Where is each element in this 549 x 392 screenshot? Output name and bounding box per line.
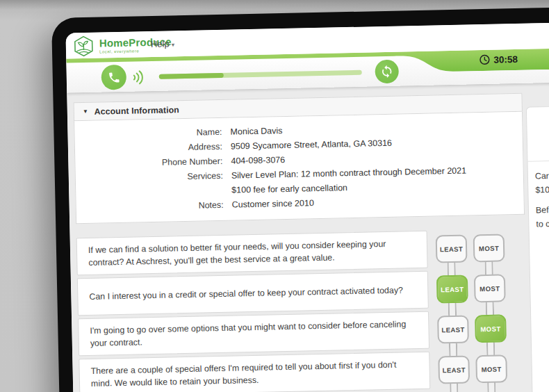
field-value: 404-098-3076 xyxy=(231,153,285,169)
collapse-triangle-icon: ▼ xyxy=(83,108,88,115)
most-button[interactable]: MOST xyxy=(475,314,507,343)
statement-row: Can I interest you in a credit or specia… xyxy=(77,269,527,316)
statement-row: If we can find a solution to better fit … xyxy=(76,229,526,276)
most-button[interactable]: MOST xyxy=(475,354,507,383)
clock-icon xyxy=(479,54,490,65)
main-content: ▼ Account Information Name: Monica Davis… xyxy=(67,81,549,392)
statement-text-card: There are a couple of special offers I'm… xyxy=(79,352,430,392)
least-button[interactable]: LEAST xyxy=(438,356,470,384)
field-value: Silver Level Plan: 12 month contract thr… xyxy=(231,164,467,198)
statement-text-card: Can I interest you in a credit or specia… xyxy=(77,271,429,316)
connector-line xyxy=(484,261,493,276)
most-button[interactable]: MOST xyxy=(474,274,506,302)
call-timer: 30:58 xyxy=(479,54,518,65)
side-panel-text-line: to c xyxy=(536,215,549,231)
backdrop: HomeProduce Local, everywhere Help▾ xyxy=(0,0,549,392)
brand-logo-icon xyxy=(73,35,95,58)
account-info-title: Account Information xyxy=(95,105,179,117)
timer-value: 30:58 xyxy=(493,54,518,65)
side-panel-text-line: Bef xyxy=(536,202,549,218)
statement-text: I'm going to go over some options that y… xyxy=(90,318,418,350)
statement-list: If we can find a solution to better fit … xyxy=(76,229,529,392)
statement-text-card: If we can find a solution to better fit … xyxy=(76,231,428,276)
statement-row: I'm going to go over some options that y… xyxy=(78,309,527,357)
side-panel-header xyxy=(527,106,549,162)
least-button[interactable]: LEAST xyxy=(436,235,468,263)
app-screen: HomeProduce Local, everywhere Help▾ xyxy=(65,22,549,392)
statement-text: If we can find a solution to better fit … xyxy=(88,237,416,270)
field-value: Monica Davis xyxy=(230,124,282,140)
connector-line xyxy=(448,302,457,317)
connector-line xyxy=(487,382,495,392)
statement-row: There are a couple of special offers I'm… xyxy=(79,350,528,392)
help-label: Help xyxy=(151,38,170,49)
help-menu[interactable]: Help▾ xyxy=(151,38,175,49)
field-label: Services: xyxy=(76,169,224,201)
connector-line xyxy=(486,301,494,316)
statement-text-card: I'm going to go over some options that y… xyxy=(78,311,429,357)
connector-line xyxy=(449,342,457,357)
connector-line xyxy=(447,261,455,277)
side-panel-body: Car $10 Bef to c xyxy=(527,160,549,231)
least-button[interactable]: LEAST xyxy=(437,316,469,344)
side-panel-text-line: Car xyxy=(535,168,549,183)
most-button[interactable]: MOST xyxy=(473,234,505,262)
side-panel-text-line: $10 xyxy=(535,181,549,197)
side-panel-paragraph: Car $10 xyxy=(535,168,549,197)
statement-text: There are a couple of special offers I'm… xyxy=(90,358,418,391)
account-info-panel: ▼ Account Information Name: Monica Davis… xyxy=(74,93,525,224)
account-info-body: Name: Monica Davis Address: 9509 Sycamor… xyxy=(74,112,525,224)
field-label: Notes: xyxy=(76,198,224,215)
device-frame: HomeProduce Local, everywhere Help▾ xyxy=(51,6,549,392)
statement-text: Can I interest you in a credit or specia… xyxy=(89,284,403,303)
field-value: Customer since 2010 xyxy=(231,196,314,212)
least-button[interactable]: LEAST xyxy=(436,275,468,304)
connector-line xyxy=(486,341,495,357)
chevron-down-icon: ▾ xyxy=(171,41,174,48)
side-panel-paragraph: Bef to c xyxy=(536,202,549,231)
